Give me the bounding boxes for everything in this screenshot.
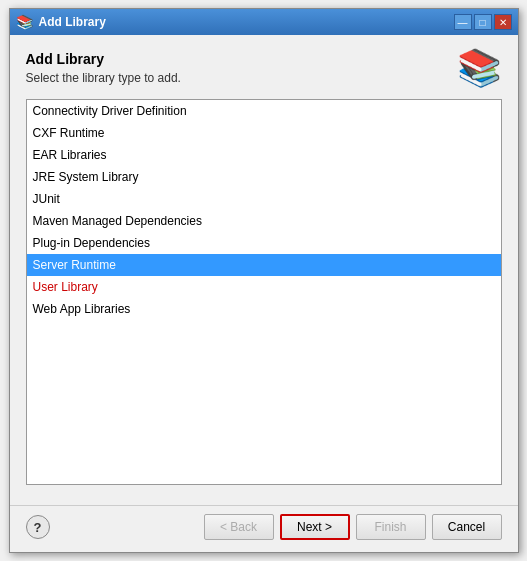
add-library-window: 📚 Add Library — □ ✕ Add Library Select t… [9, 8, 519, 553]
page-subtitle: Select the library type to add. [26, 71, 181, 85]
page-title: Add Library [26, 51, 181, 67]
title-bar-left: 📚 Add Library [16, 14, 106, 30]
cancel-button[interactable]: Cancel [432, 514, 502, 540]
help-button[interactable]: ? [26, 515, 50, 539]
header-section: Add Library Select the library type to a… [26, 51, 502, 89]
next-button[interactable]: Next > [280, 514, 350, 540]
list-item[interactable]: Maven Managed Dependencies [27, 210, 501, 232]
list-item[interactable]: Server Runtime [27, 254, 501, 276]
action-buttons: < Back Next > Finish Cancel [204, 514, 502, 540]
main-content: Add Library Select the library type to a… [10, 35, 518, 505]
title-bar-controls: — □ ✕ [454, 14, 512, 30]
title-bar: 📚 Add Library — □ ✕ [10, 9, 518, 35]
minimize-button[interactable]: — [454, 14, 472, 30]
list-item[interactable]: Plug-in Dependencies [27, 232, 501, 254]
list-item[interactable]: Web App Libraries [27, 298, 501, 320]
bottom-bar: ? < Back Next > Finish Cancel [10, 505, 518, 552]
header-text: Add Library Select the library type to a… [26, 51, 181, 85]
close-button[interactable]: ✕ [494, 14, 512, 30]
window-icon: 📚 [16, 14, 33, 30]
list-item[interactable]: EAR Libraries [27, 144, 501, 166]
header-icon: 📚 [457, 47, 502, 89]
back-button[interactable]: < Back [204, 514, 274, 540]
window-title: Add Library [39, 15, 106, 29]
list-item[interactable]: JRE System Library [27, 166, 501, 188]
finish-button[interactable]: Finish [356, 514, 426, 540]
maximize-button[interactable]: □ [474, 14, 492, 30]
library-list[interactable]: Connectivity Driver DefinitionCXF Runtim… [26, 99, 502, 485]
list-item[interactable]: CXF Runtime [27, 122, 501, 144]
list-item[interactable]: JUnit [27, 188, 501, 210]
list-item[interactable]: User Library [27, 276, 501, 298]
list-item[interactable]: Connectivity Driver Definition [27, 100, 501, 122]
